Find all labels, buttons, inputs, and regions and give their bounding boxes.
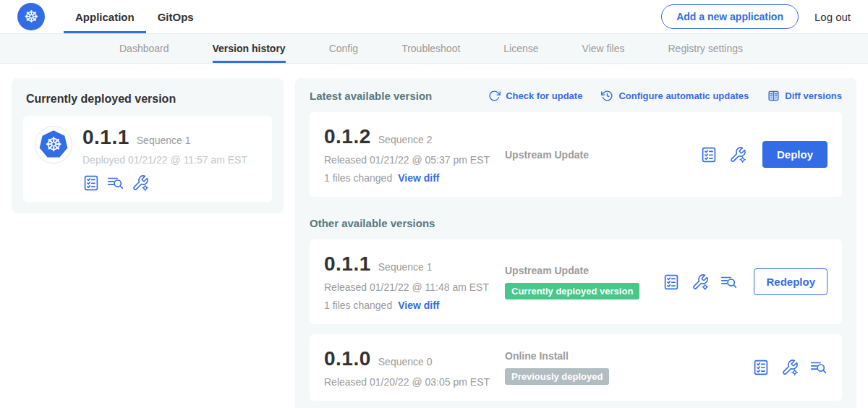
version-source-label: Upstream Update [505, 265, 639, 276]
version-card-0-1-0: 0.1.0 Sequence 0 Released 01/20/22 @ 03:… [310, 334, 842, 401]
currently-deployed-badge: Currently deployed version [505, 283, 639, 299]
view-diff-link[interactable]: View diff [398, 172, 439, 184]
previously-deployed-badge: Previously deployed [505, 368, 609, 385]
tab-application-label: Application [75, 11, 135, 23]
configure-automatic-updates-link[interactable]: Configure automatic updates [601, 90, 749, 102]
edit-config-icon[interactable] [781, 359, 799, 376]
version-card-0-1-1: 0.1.1 Sequence 1 Released 01/21/22 @ 11:… [310, 239, 842, 324]
view-files-icon[interactable] [107, 174, 124, 192]
release-notes-icon[interactable] [752, 359, 770, 376]
view-files-icon[interactable] [720, 273, 738, 291]
subnav-item-license[interactable]: License [503, 34, 538, 63]
edit-config-icon[interactable] [729, 146, 746, 163]
app-sub-nav: Dashboard Version history Config Trouble… [0, 34, 868, 64]
subnav-item-dashboard[interactable]: Dashboard [119, 34, 169, 63]
subnav-item-config[interactable]: Config [329, 34, 358, 63]
diff-icon [767, 90, 780, 102]
version-history-panel: Latest available version Check for updat… [295, 78, 856, 408]
tab-gitops-label: GitOps [158, 11, 194, 23]
released-timestamp: Released 01/21/22 @ 11:48 am EST [324, 281, 505, 293]
tab-gitops[interactable]: GitOps [146, 0, 205, 33]
files-changed-label: 1 files changed [324, 299, 392, 311]
edit-config-icon[interactable] [692, 273, 709, 291]
view-diff-link[interactable]: View diff [398, 299, 439, 311]
edit-config-icon[interactable] [132, 174, 149, 192]
check-for-update-link[interactable]: Check for update [488, 90, 582, 102]
subnav-item-registry-settings[interactable]: Registry settings [668, 34, 742, 63]
currently-deployed-panel: Currently deployed version ☸ 0.1.1 Seque… [12, 78, 284, 213]
other-available-title: Other available versions [310, 217, 842, 229]
released-timestamp: Released 01/20/22 @ 03:05 pm EST [324, 376, 505, 388]
latest-available-title: Latest available version [310, 90, 432, 102]
logout-button[interactable]: Log out [814, 11, 851, 23]
schedule-icon [601, 90, 613, 102]
tab-application[interactable]: Application [64, 0, 146, 33]
deployed-version-number: 0.1.1 [82, 126, 129, 149]
currently-deployed-title: Currently deployed version [26, 93, 272, 106]
files-changed-label: 1 files changed [324, 172, 392, 184]
diff-versions-link[interactable]: Diff versions [767, 90, 842, 102]
released-timestamp: Released 01/21/22 @ 05:37 pm EST [324, 154, 505, 166]
subnav-item-troubleshoot[interactable]: Troubleshoot [401, 34, 460, 63]
add-new-application-button[interactable]: Add a new application [661, 4, 799, 29]
deploy-button[interactable]: Deploy [762, 141, 827, 168]
release-notes-icon[interactable] [663, 273, 680, 291]
release-notes-icon[interactable] [82, 174, 100, 192]
app-tabs: Application GitOps [64, 0, 205, 33]
version-number: 0.1.1 [324, 252, 371, 276]
redeploy-button[interactable]: Redeploy [754, 268, 827, 295]
view-files-icon[interactable] [810, 359, 827, 376]
version-number: 0.1.0 [324, 347, 371, 370]
subnav-item-view-files[interactable]: View files [582, 34, 625, 63]
kubernetes-helm-icon: ☸ [17, 3, 45, 30]
deployed-sequence-label: Sequence 1 [137, 135, 191, 146]
version-number: 0.1.2 [324, 125, 371, 148]
subnav-item-version-history[interactable]: Version history [213, 34, 286, 63]
deployed-timestamp: Deployed 01/21/22 @ 11:57 am EST [82, 154, 247, 166]
version-source-label: Upstream Update [505, 149, 589, 161]
release-notes-icon[interactable] [700, 146, 718, 163]
version-card-0-1-2: 0.1.2 Sequence 2 Released 01/21/22 @ 05:… [310, 112, 842, 197]
sequence-label: Sequence 2 [378, 134, 433, 145]
sequence-label: Sequence 0 [378, 356, 433, 367]
currently-deployed-card: ☸ 0.1.1 Sequence 1 Deployed 01/21/22 @ 1… [23, 116, 272, 202]
kubernetes-app-icon: ☸ [35, 126, 72, 163]
refresh-icon [488, 90, 501, 102]
version-source-label: Online Install [505, 350, 609, 362]
top-nav: ☸ Application GitOps Add a new applicati… [0, 0, 868, 34]
sequence-label: Sequence 1 [378, 261, 433, 273]
